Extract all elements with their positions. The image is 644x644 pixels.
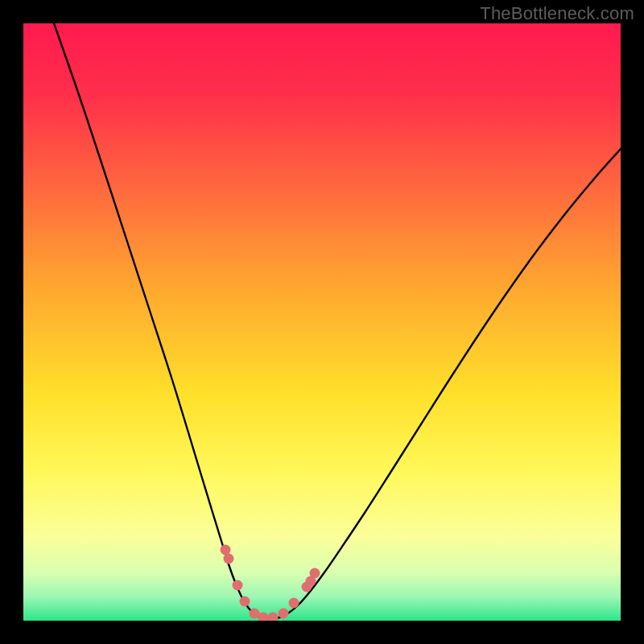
marker-point (233, 580, 243, 591)
marker-point (310, 568, 320, 579)
marker-point (240, 597, 250, 607)
chart-background-gradient (23, 23, 621, 621)
marker-point (289, 598, 299, 609)
chart-frame: TheBottleneck.com (0, 0, 644, 644)
chart-svg (23, 23, 621, 621)
chart-plot-area (23, 23, 621, 621)
watermark-label: TheBottleneck.com (480, 3, 634, 24)
marker-point (224, 554, 234, 564)
marker-point (279, 609, 289, 619)
